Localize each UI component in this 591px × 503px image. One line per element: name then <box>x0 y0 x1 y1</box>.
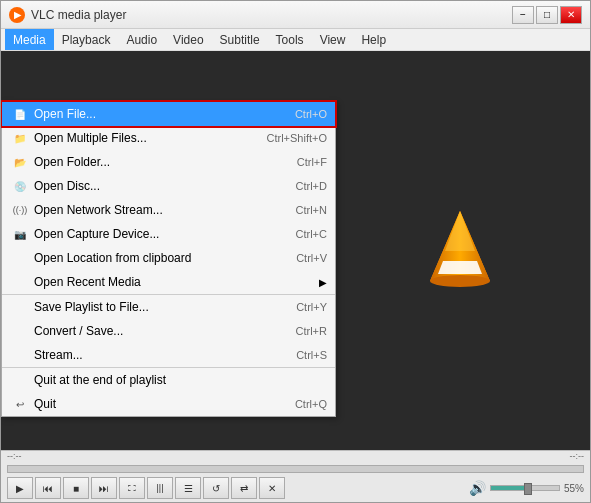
fullscreen-button[interactable]: ⛶ <box>119 477 145 499</box>
menu-help[interactable]: Help <box>353 29 394 50</box>
menu-item-open-folder[interactable]: 📂 Open Folder... Ctrl+F <box>2 150 335 174</box>
volume-percent: 55% <box>564 483 584 494</box>
open-disc-shortcut: Ctrl+D <box>296 180 327 192</box>
open-network-shortcut: Ctrl+N <box>296 204 327 216</box>
menu-view[interactable]: View <box>312 29 354 50</box>
open-multiple-label: Open Multiple Files... <box>34 131 246 145</box>
open-location-label: Open Location from clipboard <box>34 251 276 265</box>
minimize-button[interactable]: − <box>512 6 534 24</box>
time-end: --:-- <box>570 451 585 461</box>
open-location-shortcut: Ctrl+V <box>296 252 327 264</box>
menu-item-stream[interactable]: Stream... Ctrl+S <box>2 343 335 367</box>
menu-video[interactable]: Video <box>165 29 211 50</box>
volume-handle[interactable] <box>524 483 532 495</box>
menu-item-save-playlist[interactable]: Save Playlist to File... Ctrl+Y <box>2 294 335 319</box>
volume-icon: 🔊 <box>469 480 486 496</box>
open-file-icon: 📄 <box>10 106 30 122</box>
open-recent-label: Open Recent Media <box>34 275 315 289</box>
open-disc-icon: 💿 <box>10 178 30 194</box>
time-start: --:-- <box>7 451 22 461</box>
open-file-shortcut: Ctrl+O <box>295 108 327 120</box>
open-network-icon: ((·)) <box>10 202 30 218</box>
open-folder-label: Open Folder... <box>34 155 277 169</box>
window-title: VLC media player <box>31 8 512 22</box>
menu-item-open-recent[interactable]: Open Recent Media ▶ <box>2 270 335 294</box>
vlc-window: ▶ VLC media player − □ ✕ Media Playback … <box>0 0 591 503</box>
convert-label: Convert / Save... <box>34 324 276 338</box>
close-button[interactable]: ✕ <box>560 6 582 24</box>
save-playlist-label: Save Playlist to File... <box>34 300 276 314</box>
stream-icon <box>10 347 30 363</box>
quit-end-icon <box>10 372 30 388</box>
controls-bar: --:-- --:-- ▶ ⏮ ■ ⏭ ⛶ ||| ☰ ↺ ⇄ ✕ 🔊 55% <box>1 450 590 502</box>
open-recent-icon <box>10 274 30 290</box>
menu-media[interactable]: Media <box>5 29 54 50</box>
quit-shortcut: Ctrl+Q <box>295 398 327 410</box>
volume-slider[interactable] <box>490 485 560 491</box>
main-content: 📄 Open File... Ctrl+O 📁 Open Multiple Fi… <box>1 51 590 450</box>
title-bar: ▶ VLC media player − □ ✕ <box>1 1 590 29</box>
playlist-button[interactable]: ☰ <box>175 477 201 499</box>
menu-item-quit[interactable]: ↩ Quit Ctrl+Q <box>2 392 335 416</box>
stream-shortcut: Ctrl+S <box>296 349 327 361</box>
menu-item-open-file[interactable]: 📄 Open File... Ctrl+O <box>2 102 335 126</box>
prev-button[interactable]: ⏮ <box>35 477 61 499</box>
open-folder-icon: 📂 <box>10 154 30 170</box>
progress-bar[interactable] <box>7 465 584 473</box>
window-controls: − □ ✕ <box>512 6 582 24</box>
cone-area <box>330 51 590 450</box>
menu-playback[interactable]: Playback <box>54 29 119 50</box>
buttons-row: ▶ ⏮ ■ ⏭ ⛶ ||| ☰ ↺ ⇄ ✕ 🔊 55% <box>1 475 590 501</box>
quit-icon: ↩ <box>10 396 30 412</box>
menu-item-open-capture[interactable]: 📷 Open Capture Device... Ctrl+C <box>2 222 335 246</box>
open-disc-label: Open Disc... <box>34 179 276 193</box>
loop-button[interactable]: ↺ <box>203 477 229 499</box>
quit-label: Quit <box>34 397 275 411</box>
next-button[interactable]: ⏭ <box>91 477 117 499</box>
menu-item-open-location[interactable]: Open Location from clipboard Ctrl+V <box>2 246 335 270</box>
svg-marker-3 <box>438 261 482 274</box>
open-multiple-icon: 📁 <box>10 130 30 146</box>
menu-item-quit-end[interactable]: Quit at the end of playlist <box>2 367 335 392</box>
menu-tools[interactable]: Tools <box>268 29 312 50</box>
open-folder-shortcut: Ctrl+F <box>297 156 327 168</box>
menu-item-open-network[interactable]: ((·)) Open Network Stream... Ctrl+N <box>2 198 335 222</box>
random-button[interactable]: ⇄ <box>231 477 257 499</box>
media-dropdown: 📄 Open File... Ctrl+O 📁 Open Multiple Fi… <box>1 101 336 417</box>
menu-bar: Media Playback Audio Video Subtitle Tool… <box>1 29 590 51</box>
open-capture-label: Open Capture Device... <box>34 227 276 241</box>
maximize-button[interactable]: □ <box>536 6 558 24</box>
time-labels: --:-- --:-- <box>1 451 590 461</box>
volume-fill <box>491 486 528 490</box>
stream-label: Stream... <box>34 348 276 362</box>
open-network-label: Open Network Stream... <box>34 203 276 217</box>
convert-shortcut: Ctrl+R <box>296 325 327 337</box>
convert-icon <box>10 323 30 339</box>
save-playlist-icon <box>10 299 30 315</box>
menu-subtitle[interactable]: Subtitle <box>212 29 268 50</box>
quit-end-label: Quit at the end of playlist <box>34 373 307 387</box>
volume-area: 🔊 55% <box>469 480 584 496</box>
stop-button[interactable]: ■ <box>63 477 89 499</box>
svg-point-2 <box>430 275 490 287</box>
open-location-icon <box>10 250 30 266</box>
open-multiple-shortcut: Ctrl+Shift+O <box>266 132 327 144</box>
menu-item-open-multiple[interactable]: 📁 Open Multiple Files... Ctrl+Shift+O <box>2 126 335 150</box>
menu-audio[interactable]: Audio <box>118 29 165 50</box>
menu-item-convert[interactable]: Convert / Save... Ctrl+R <box>2 319 335 343</box>
save-playlist-shortcut: Ctrl+Y <box>296 301 327 313</box>
play-button[interactable]: ▶ <box>7 477 33 499</box>
close-media-button[interactable]: ✕ <box>259 477 285 499</box>
svg-marker-4 <box>445 211 475 251</box>
open-recent-arrow: ▶ <box>319 277 327 288</box>
menu-item-open-disc[interactable]: 💿 Open Disc... Ctrl+D <box>2 174 335 198</box>
extended-button[interactable]: ||| <box>147 477 173 499</box>
app-icon: ▶ <box>9 7 25 23</box>
vlc-cone <box>420 206 500 296</box>
open-capture-icon: 📷 <box>10 226 30 242</box>
open-file-label: Open File... <box>34 107 275 121</box>
open-capture-shortcut: Ctrl+C <box>296 228 327 240</box>
